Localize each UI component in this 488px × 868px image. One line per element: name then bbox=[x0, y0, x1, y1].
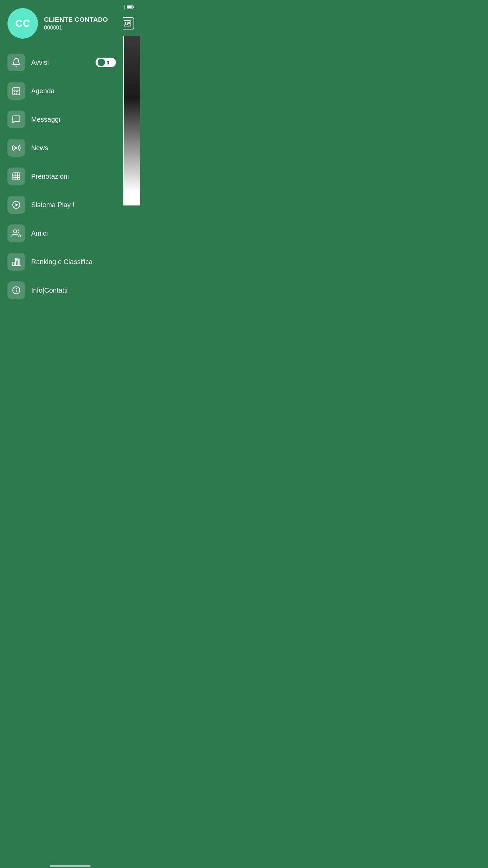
user-info: CLIENTE CONTADO 000001 bbox=[44, 16, 108, 31]
toggle-value: 0 bbox=[106, 60, 109, 65]
profile-section: CC CLIENTE CONTADO 000001 bbox=[0, 0, 123, 45]
ranking-label: Ranking e Classifica bbox=[31, 258, 116, 266]
svg-rect-37 bbox=[16, 261, 17, 265]
user-name: CLIENTE CONTADO bbox=[44, 16, 108, 23]
sidebar-item-messaggi[interactable]: Messaggi bbox=[0, 105, 123, 134]
news-icon-box bbox=[7, 139, 25, 157]
svg-point-25 bbox=[16, 119, 17, 119]
svg-rect-36 bbox=[13, 262, 15, 265]
sidebar-item-ranking[interactable]: Ranking e Classifica bbox=[0, 248, 123, 276]
right-peek-image bbox=[124, 36, 140, 192]
svg-point-26 bbox=[17, 119, 18, 119]
ranking-icon-box bbox=[7, 253, 25, 271]
bell-icon bbox=[12, 58, 21, 67]
table-icon bbox=[12, 172, 21, 181]
id-card-icon bbox=[124, 20, 131, 26]
ranking-icon bbox=[12, 257, 21, 267]
right-peek-panel bbox=[123, 36, 140, 205]
avvisi-toggle[interactable]: 0 bbox=[96, 58, 116, 67]
sistema-play-label: Sistema Play ! bbox=[31, 201, 116, 209]
calendar-icon bbox=[12, 86, 21, 96]
prenotazioni-label: Prenotazioni bbox=[31, 173, 116, 180]
news-label: News bbox=[31, 144, 116, 152]
avvisi-icon-box bbox=[7, 54, 25, 71]
info-icon-box bbox=[7, 281, 25, 299]
user-id: 000001 bbox=[44, 25, 108, 31]
sidebar-item-news[interactable]: News bbox=[0, 134, 123, 162]
svg-rect-3 bbox=[124, 5, 125, 9]
messaggi-icon-box bbox=[7, 111, 25, 128]
toggle-circle bbox=[98, 59, 105, 66]
svg-point-27 bbox=[16, 147, 17, 149]
users-icon bbox=[12, 229, 21, 238]
sidebar-item-sistema-play[interactable]: Sistema Play ! bbox=[0, 191, 123, 219]
sidebar-item-avvisi[interactable]: Avvisi 0 bbox=[0, 48, 123, 77]
avatar-initials: CC bbox=[15, 18, 30, 29]
sistema-play-icon-box bbox=[7, 196, 25, 214]
sidebar-panel: CC CLIENTE CONTADO 000001 Avvisi 0 bbox=[0, 0, 123, 304]
sidebar-item-agenda[interactable]: Agenda bbox=[0, 77, 123, 105]
svg-point-12 bbox=[125, 22, 127, 24]
battery-icon bbox=[127, 5, 134, 9]
play-icon bbox=[12, 200, 21, 210]
messaggi-label: Messaggi bbox=[31, 116, 116, 123]
amici-label: Amici bbox=[31, 230, 116, 237]
svg-rect-5 bbox=[127, 6, 132, 8]
svg-marker-34 bbox=[16, 203, 18, 206]
svg-rect-38 bbox=[18, 259, 20, 265]
chat-icon bbox=[12, 115, 21, 124]
user-avatar: CC bbox=[7, 8, 38, 39]
radio-icon bbox=[12, 143, 21, 153]
sidebar-item-amici[interactable]: Amici bbox=[0, 219, 123, 248]
svg-rect-28 bbox=[13, 173, 20, 180]
svg-point-24 bbox=[15, 119, 15, 119]
sidebar-item-prenotazioni[interactable]: Prenotazioni bbox=[0, 162, 123, 191]
amici-icon-box bbox=[7, 224, 25, 242]
svg-point-35 bbox=[14, 230, 17, 233]
agenda-icon-box bbox=[7, 82, 25, 100]
prenotazioni-icon-box bbox=[7, 167, 25, 185]
nav-list: Avvisi 0 bbox=[0, 45, 123, 304]
sidebar-item-info[interactable]: Info|Contatti bbox=[0, 276, 123, 304]
agenda-label: Agenda bbox=[31, 87, 116, 95]
info-label: Info|Contatti bbox=[31, 287, 116, 294]
info-icon bbox=[12, 285, 21, 295]
svg-rect-6 bbox=[133, 6, 134, 8]
